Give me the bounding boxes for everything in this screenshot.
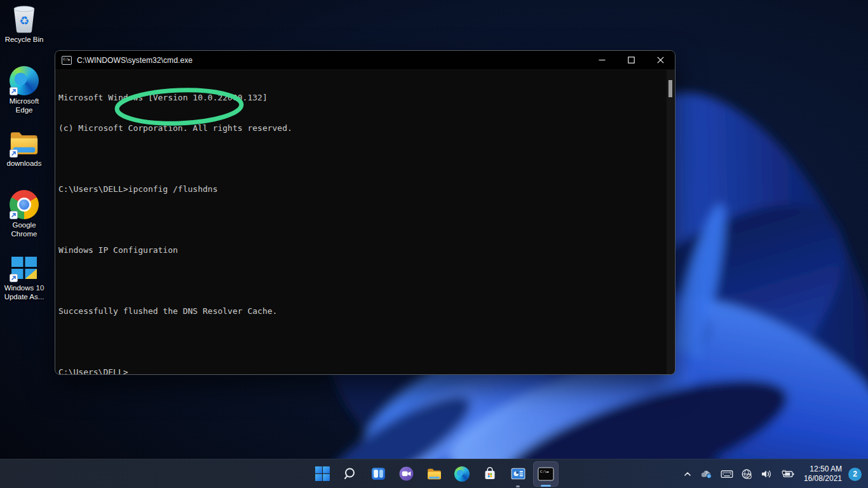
search-icon [342,466,358,482]
svg-text:C:\: C:\ [64,57,69,61]
desktop-icon-google-chrome[interactable]: Google Chrome [1,189,47,238]
desktop-icon-recycle-bin[interactable]: ♻ Recycle Bin [1,4,47,44]
windows-flag-icon [9,252,39,283]
console-line: (c) Microsoft Corporation. All rights re… [58,123,665,133]
chat-button[interactable] [393,461,419,487]
edge-icon [454,466,470,482]
shortcut-arrow-icon [10,274,18,282]
search-button[interactable] [337,461,363,487]
start-button[interactable] [309,461,335,487]
tray-chevron-up-icon[interactable] [679,459,696,488]
microsoft-store-button[interactable] [477,461,503,487]
active-indicator [541,485,551,487]
desktop-icon-label: Windows 10 Update As... [1,284,47,301]
console-line: Microsoft Windows [Version 10.0.22000.13… [58,93,665,103]
taskbar: C:\ [0,459,868,488]
tray-network-offline-icon[interactable] [737,459,757,488]
task-view-button[interactable] [365,461,391,487]
edge-button[interactable] [449,461,475,487]
system-utility-button[interactable] [505,461,531,487]
shortcut-arrow-icon [10,149,18,158]
shortcut-arrow-icon [10,87,18,95]
tray-volume-icon[interactable] [757,459,776,488]
desktop-icon-downloads[interactable]: downloads [1,128,47,168]
svg-text:♻: ♻ [19,14,29,27]
minimize-button[interactable] [587,51,616,69]
shortcut-arrow-icon [10,211,18,219]
console-line: C:\Users\DELL> [58,367,665,375]
start-icon [315,466,330,482]
microsoft-store-icon [482,466,498,482]
console-scrollbar[interactable] [667,70,674,374]
tray-onedrive-sync-icon[interactable] [696,459,717,488]
desktop-icon-label: Recycle Bin [1,36,47,44]
chat-icon [398,466,414,482]
command-prompt-icon: C:\ [538,466,554,482]
clock-date: 16/08/2021 [804,474,842,484]
svg-text:C:\: C:\ [540,469,546,473]
console-line: Windows IP Configuration [58,245,665,255]
tray-battery-charging-icon[interactable] [776,459,799,488]
running-indicator [516,485,520,487]
cmd-window: C:\ C:\WINDOWS\system32\cmd.exe Microsof… [55,50,675,375]
system-utility-icon [510,466,526,482]
prompt-text: C:\Users\DELL> [58,184,128,194]
notification-count-badge[interactable]: 2 [848,468,862,481]
desktop-icon-windows10-update[interactable]: Windows 10 Update As... [1,252,47,301]
console-line: C:\Users\DELL>ipconfig /flushdns [58,184,665,194]
window-title: C:\WINDOWS\system32\cmd.exe [77,56,587,65]
command-prompt-button[interactable]: C:\ [533,461,559,487]
chrome-icon [9,189,39,220]
desktop-screen: ♻ Recycle Bin Microsoft Edge [0,0,868,488]
command-text: ipconfig /flushdns [128,184,218,194]
file-explorer-icon [426,466,442,482]
desktop-icon-label: downloads [1,159,47,168]
edge-icon [9,65,39,96]
recycle-bin-icon: ♻ [9,4,39,34]
file-explorer-button[interactable] [421,461,447,487]
taskbar-center-icons: C:\ [309,461,559,487]
desktop-icon-label: Google Chrome [1,221,47,238]
console-output[interactable]: Microsoft Windows [Version 10.0.22000.13… [55,70,675,375]
tray-touch-keyboard-icon[interactable] [717,459,737,488]
system-tray: 12:50 AM 16/08/2021 2 [679,459,862,488]
desktop-icon-label: Microsoft Edge [1,97,47,114]
scrollbar-thumb[interactable] [668,80,672,97]
cmd-app-icon[interactable]: C:\ [62,56,72,65]
maximize-button[interactable] [616,51,646,69]
desktop-icon-microsoft-edge[interactable]: Microsoft Edge [1,65,47,114]
task-view-icon [370,466,386,482]
clock-time: 12:50 AM [804,464,842,474]
cmd-titlebar[interactable]: C:\ C:\WINDOWS\system32\cmd.exe [55,51,675,70]
folder-icon [9,128,39,158]
console-line: Successfully flushed the DNS Resolver Ca… [58,306,665,316]
taskbar-clock[interactable]: 12:50 AM 16/08/2021 [804,464,842,484]
close-button[interactable] [646,51,675,69]
